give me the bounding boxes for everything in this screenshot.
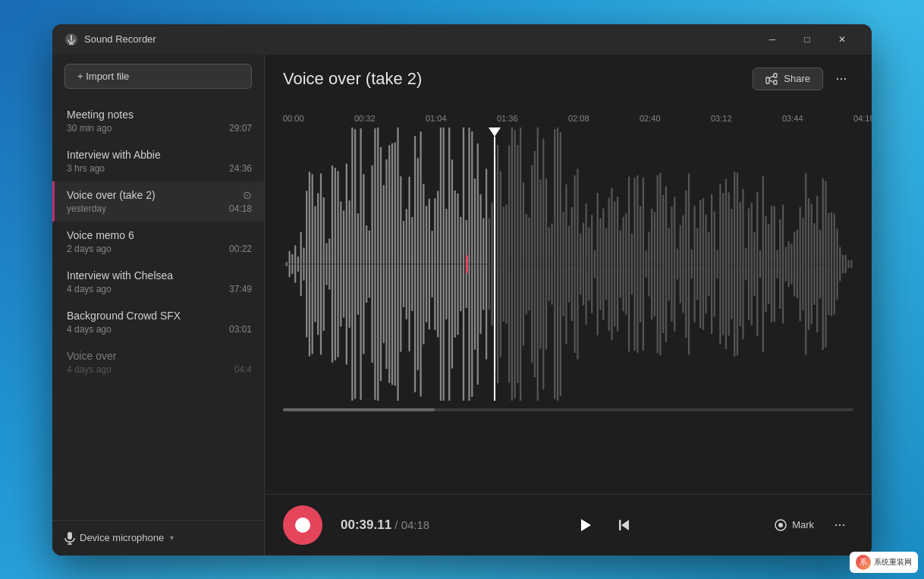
recording-time-ago: 4 days ago [67,324,112,335]
recording-item-name: Background Crowd SFX [67,310,181,322]
play-icon [577,518,592,533]
mark-indicator [466,255,468,273]
recording-list-item[interactable]: Voice over4 days ago04:4 [52,342,264,382]
recording-list-item[interactable]: Voice memo 62 days ago00:22 [52,222,264,262]
main-content: + Import file Meeting notes30 min ago29:… [52,55,872,555]
minimize-button[interactable]: ─ [755,27,790,52]
watermark: 系 系统重装网 [850,552,918,573]
pin-icon: ⊙ [243,189,252,201]
window-controls: ─ □ ✕ [755,27,860,52]
svg-rect-9 [774,80,777,84]
skip-back-icon [617,518,632,533]
watermark-text: 系统重装网 [874,557,912,568]
timeline-marker: 01:36 [497,114,518,123]
share-label: Share [784,73,810,84]
recording-item-name: Voice over [67,350,116,362]
timeline-marker: 03:12 [711,114,732,123]
recording-list: Meeting notes30 min ago29:07Interview wi… [52,98,264,520]
maximize-button[interactable]: □ [790,27,825,52]
svg-rect-7 [766,77,769,83]
timeline-marker: 01:04 [426,114,447,123]
record-icon [295,518,310,533]
timeline-marker: 03:44 [782,114,803,123]
recording-duration: 03:01 [229,324,252,335]
recording-duration: 04:18 [229,203,252,214]
recording-duration: 00:22 [229,244,252,254]
import-file-button[interactable]: + Import file [64,64,252,89]
app-window: Sound Recorder ─ □ ✕ + Import file Meeti… [52,24,872,555]
svg-rect-8 [774,74,777,77]
timeline-marker: 02:40 [640,114,661,123]
mark-label: Mark [792,519,814,530]
timeline-marker: 04:18 [853,114,872,123]
recording-list-item[interactable]: Interview with Chelsea4 days ago37:49 [52,262,264,302]
recording-list-item[interactable]: Interview with Abbie3 hrs ago24:36 [52,141,264,181]
scroll-thumb[interactable] [283,408,435,411]
recording-duration: 04:4 [234,364,252,375]
svg-rect-4 [68,532,72,540]
right-panel: Voice over (take 2) Share ··· [265,55,872,555]
recording-time-ago: 4 days ago [67,364,112,375]
current-time: 00:39.11 [341,518,391,532]
header-more-button[interactable]: ··· [829,67,853,91]
scroll-area [283,404,853,416]
total-time: / 04:18 [394,518,429,531]
close-button[interactable]: ✕ [825,27,860,52]
sidebar: + Import file Meeting notes30 min ago29:… [52,55,265,555]
svg-rect-1 [71,35,72,41]
waveform-container: 00:0000:3201:0401:3602:0802:4003:1203:44… [265,103,872,494]
recording-duration: 29:07 [229,123,252,134]
recording-time-ago: 4 days ago [67,284,112,294]
recording-list-item[interactable]: Background Crowd SFX4 days ago03:01 [52,302,264,342]
svg-marker-214 [621,520,629,530]
svg-point-217 [778,523,783,527]
svg-line-11 [769,80,774,82]
recording-item-name: Meeting notes [67,109,134,121]
mark-button[interactable]: Mark [762,512,826,538]
time-display: 00:39.11 / 04:18 [341,518,429,533]
player-controls: 00:39.11 / 04:18 [265,494,872,555]
timeline: 00:0000:3201:0401:3602:0802:4003:1203:44… [283,103,853,124]
share-button[interactable]: Share [753,68,823,90]
record-button[interactable] [283,505,322,545]
recording-item-name: Voice over (take 2) [67,189,156,201]
skip-back-button[interactable] [609,510,640,540]
title-bar: Sound Recorder ─ □ ✕ [52,24,872,55]
microphone-label: Device microphone [80,532,164,543]
recording-time-ago: 30 min ago [67,123,112,134]
recording-time-ago: 2 days ago [67,244,112,254]
microphone-selector[interactable]: Device microphone ▾ [52,520,264,555]
waveform-area[interactable] [283,127,853,401]
svg-rect-215 [619,520,621,530]
recording-item-name: Interview with Abbie [67,149,161,161]
svg-marker-213 [581,519,591,531]
share-icon [765,73,778,85]
recording-time-ago: 3 hrs ago [67,163,105,174]
recording-list-item[interactable]: Meeting notes30 min ago29:07 [52,101,264,141]
play-button[interactable] [570,510,600,540]
watermark-icon: 系 [856,555,871,570]
recording-title: Voice over (take 2) [283,69,753,89]
app-title: Sound Recorder [84,33,755,45]
scroll-track[interactable] [283,408,853,411]
microphone-icon [64,531,75,545]
recording-duration: 24:36 [229,163,252,174]
recording-list-item[interactable]: Voice over (take 2)⊙yesterday04:18 [52,181,264,222]
timeline-marker: 00:32 [354,114,376,123]
recording-duration: 37:49 [229,284,252,294]
microphone-chevron-icon: ▾ [170,533,174,542]
mark-icon [774,518,787,532]
recording-item-name: Voice memo 6 [67,229,134,241]
controls-more-button[interactable]: ··· [826,511,853,539]
timeline-marker: 00:00 [283,114,304,123]
recording-time-ago: yesterday [67,203,106,214]
svg-line-10 [769,75,774,78]
app-icon [64,33,78,46]
waveform-svg [283,127,853,401]
recording-header: Voice over (take 2) Share ··· [265,55,872,103]
timeline-marker: 02:08 [568,114,589,123]
recording-item-name: Interview with Chelsea [67,269,173,282]
